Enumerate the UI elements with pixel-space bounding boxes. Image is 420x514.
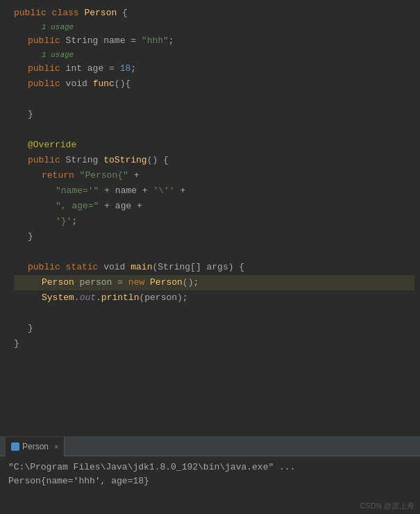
terminal-output-line: Person{name='hhh', age=18} <box>8 474 412 488</box>
tab-icon <box>11 442 19 451</box>
terminal-panel: Person × "C:\Program Files\Java\jdk1.8.0… <box>0 436 420 514</box>
code-hint: 1 usage <box>14 49 414 61</box>
terminal-close-button[interactable]: × <box>54 442 58 451</box>
code-line <box>14 92 414 107</box>
code-line: System.out.println(person); <box>14 290 414 306</box>
code-hint: 1 usage <box>14 21 414 33</box>
code-line: } <box>14 107 414 122</box>
code-line: } <box>14 321 414 336</box>
code-line: public String toString() { <box>14 153 414 168</box>
code-line: return "Person{" + <box>14 168 414 183</box>
code-line <box>14 244 414 260</box>
code-line <box>14 122 414 138</box>
code-line: public static void main(String[] args) { <box>14 260 414 275</box>
code-line <box>14 306 414 321</box>
code-editor: public class Person {1 usagepublic Strin… <box>0 0 420 438</box>
code-line: Person person = new Person(); <box>14 275 414 290</box>
code-line: public class Person { <box>14 6 414 21</box>
code-line: public void func(){ <box>14 76 414 92</box>
code-line: public String name = "hhh"; <box>14 33 414 49</box>
code-line: @Override <box>14 138 414 153</box>
terminal-cmd-line: "C:\Program Files\Java\jdk1.8.0_192\bin\… <box>8 461 412 474</box>
watermark: CSDN @渡上舟 <box>360 501 414 511</box>
code-line: '}'; <box>14 214 414 229</box>
terminal-tab-bar: Person × <box>0 437 420 456</box>
code-lines: public class Person {1 usagepublic Strin… <box>8 6 420 351</box>
code-line: ", age=" + age + <box>14 199 414 214</box>
terminal-tab-label: Person <box>22 442 49 451</box>
code-line: public int age = 18; <box>14 61 414 76</box>
code-line: } <box>14 336 414 351</box>
code-line: } <box>14 229 414 244</box>
terminal-body: "C:\Program Files\Java\jdk1.8.0_192\bin\… <box>0 456 420 492</box>
code-line: "name='" + name + '\'' + <box>14 183 414 199</box>
terminal-tab[interactable]: Person × <box>6 437 65 456</box>
